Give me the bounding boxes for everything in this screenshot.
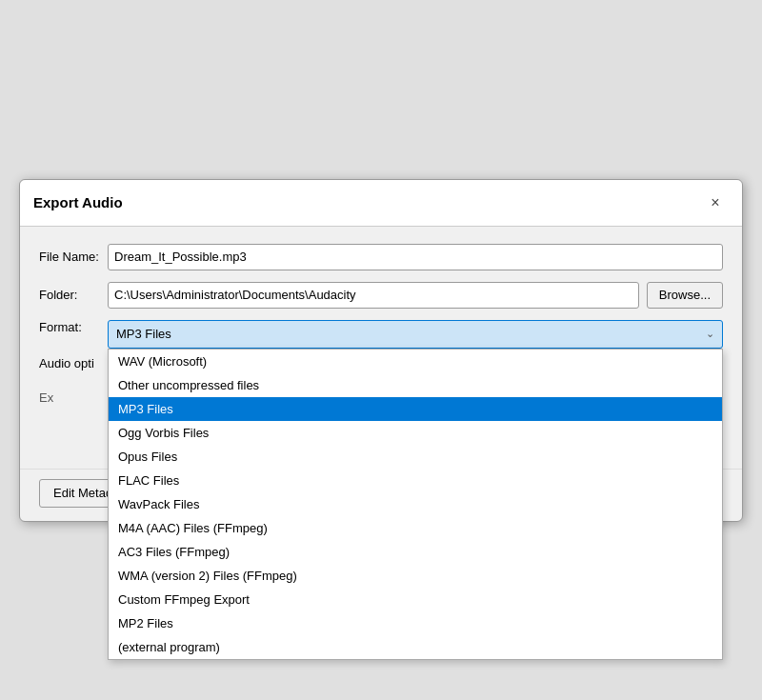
dropdown-item-flac[interactable]: FLAC Files — [109, 469, 722, 492]
chevron-down-icon: ⌄ — [706, 328, 714, 340]
filename-row: File Name: — [39, 244, 723, 270]
dropdown-item-other[interactable]: Other uncompressed files — [109, 373, 722, 397]
format-dropdown-list: WAV (Microsoft) Other uncompressed files… — [108, 349, 723, 660]
folder-input[interactable] — [108, 282, 639, 309]
browse-button[interactable]: Browse... — [647, 282, 723, 309]
dropdown-item-ogg[interactable]: Ogg Vorbis Files — [109, 421, 722, 445]
format-label: Format: — [39, 320, 108, 334]
format-select[interactable]: MP3 Files ⌄ — [108, 320, 723, 349]
dropdown-item-mp3[interactable]: MP3 Files — [109, 397, 722, 421]
dropdown-item-mp2[interactable]: MP2 Files — [109, 611, 722, 635]
dropdown-item-opus[interactable]: Opus Files — [109, 445, 722, 469]
dropdown-item-external[interactable]: (external program) — [109, 635, 722, 659]
format-select-wrapper: MP3 Files ⌄ WAV (Microsoft) Other uncomp… — [108, 320, 723, 349]
filename-label: File Name: — [39, 250, 108, 264]
close-button[interactable]: × — [702, 190, 729, 216]
format-selected-text: MP3 Files — [116, 327, 171, 341]
folder-row: Folder: Browse... — [39, 282, 723, 309]
export-audio-dialog: Export Audio × File Name: Folder: Browse… — [19, 179, 743, 522]
folder-label: Folder: — [39, 288, 108, 302]
title-bar: Export Audio × — [20, 180, 742, 227]
dropdown-item-custom-ffmpeg[interactable]: Custom FFmpeg Export — [109, 588, 722, 611]
dialog-title: Export Audio — [33, 194, 123, 210]
folder-input-group: Browse... — [108, 282, 723, 309]
dropdown-item-wma[interactable]: WMA (version 2) Files (FFmpeg) — [109, 564, 722, 588]
format-row: Format: MP3 Files ⌄ WAV (Microsoft) Othe… — [39, 320, 723, 349]
dropdown-item-ac3[interactable]: AC3 Files (FFmpeg) — [109, 540, 722, 564]
dropdown-item-m4a[interactable]: M4A (AAC) Files (FFmpeg) — [109, 516, 722, 540]
dropdown-item-wav[interactable]: WAV (Microsoft) — [109, 350, 722, 373]
audio-options-label: Audio opti — [39, 352, 108, 370]
dropdown-item-wavpack[interactable]: WavPack Files — [109, 492, 722, 516]
filename-input[interactable] — [108, 244, 723, 270]
export-section-label: Ex — [39, 389, 108, 422]
dialog-body: File Name: Folder: Browse... Format: MP3… — [20, 227, 742, 469]
